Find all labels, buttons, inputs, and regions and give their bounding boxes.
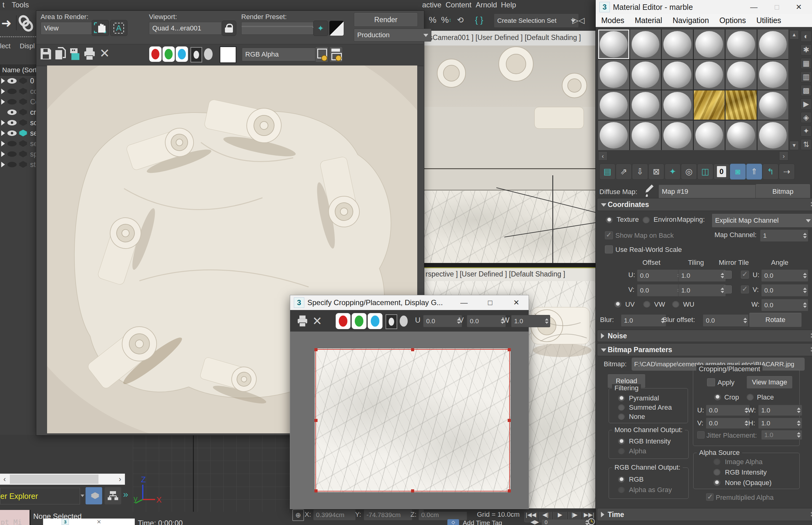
lock-viewport-button[interactable] (222, 20, 236, 36)
select-by-material-button[interactable]: ✦ (801, 125, 812, 137)
uv-label[interactable]: UV (625, 301, 635, 308)
visibility-eye-icon[interactable] (8, 141, 17, 146)
apply-checkbox[interactable] (707, 378, 715, 386)
alpha-as-gray-radio[interactable] (618, 486, 625, 493)
viewport-dropdown[interactable]: Quad 4...era001 (149, 22, 231, 35)
material-sample-slot[interactable] (694, 30, 725, 59)
me-menu-material[interactable]: Material (635, 16, 662, 25)
material-map-navigator-button[interactable]: ⇅ (801, 139, 812, 150)
maximize-icon[interactable]: □ (768, 0, 786, 14)
drag-grip-icon[interactable] (810, 201, 812, 208)
environ-label[interactable]: Environ (653, 216, 677, 223)
material-sample-slot[interactable] (630, 90, 661, 120)
layer-row[interactable]: stor (0, 159, 36, 170)
close-icon[interactable]: ✕ (97, 519, 101, 525)
eyedropper-icon[interactable] (644, 183, 655, 198)
crop-h-field[interactable]: 1.0 (758, 418, 802, 429)
field-dropdown-icon[interactable] (80, 495, 84, 497)
crop-handle[interactable] (508, 489, 511, 492)
visibility-eye-icon[interactable] (8, 109, 17, 115)
camera-viewport-label[interactable]: ysCamera001 ] [User Defined ] [Default S… (426, 34, 581, 42)
layer-row[interactable]: spor (0, 149, 36, 159)
blue-channel-button[interactable] (368, 313, 382, 329)
vw-label[interactable]: VW (654, 301, 665, 308)
explorer-search-field[interactable]: er Explorer (0, 488, 80, 505)
menu-tools[interactable]: Tools (12, 1, 29, 9)
front-viewport[interactable]: Z X y (133, 435, 290, 512)
pyramidal-radio[interactable] (618, 394, 625, 401)
slots-scroll-left-button[interactable]: ‹ (598, 151, 607, 161)
me-menu-navigation[interactable]: Navigation (673, 16, 709, 25)
print-image-icon[interactable] (83, 47, 96, 61)
visibility-eye-icon[interactable] (8, 162, 17, 167)
crop-handle[interactable] (411, 489, 414, 492)
alpha-mono-radio[interactable] (618, 447, 625, 454)
summed-area-label[interactable]: Summed Area (629, 404, 672, 411)
blue-channel-button[interactable] (176, 46, 188, 62)
video-color-check-button[interactable]: ▩ (801, 85, 812, 96)
material-sample-slot[interactable] (694, 121, 725, 150)
explorer-menu-select-partial[interactable]: lect (0, 42, 11, 50)
save-preset-button[interactable]: ✦ (313, 20, 328, 36)
maximize-icon[interactable]: □ (481, 295, 499, 310)
angle-w-field[interactable]: 0.0 (761, 299, 808, 311)
material-sample-slot[interactable] (694, 90, 725, 120)
offset-v-field[interactable]: 0.0 (637, 284, 683, 297)
drag-grip-icon[interactable] (810, 347, 812, 353)
slots-scroll-right-button[interactable]: › (779, 151, 788, 161)
material-sample-slot[interactable] (725, 60, 757, 90)
clone-window-icon[interactable] (69, 47, 81, 61)
material-sample-slot[interactable] (725, 90, 757, 120)
crop-u-field[interactable]: 0.0 (706, 405, 750, 416)
apply-label[interactable]: Apply (718, 379, 735, 386)
close-icon[interactable]: ✕ (507, 295, 526, 310)
use-real-world-scale-checkbox[interactable] (605, 245, 613, 253)
backlight-button[interactable]: ✱ (801, 44, 812, 55)
mirror-v-checkbox[interactable] (724, 285, 732, 294)
premultiplied-alpha-checkbox[interactable] (706, 493, 713, 501)
bitmap-preview-image[interactable] (315, 348, 511, 492)
menu-partial[interactable]: t (2, 1, 5, 9)
material-sample-slot[interactable] (630, 121, 661, 150)
explorer-column-header[interactable]: Name (Sorte (0, 64, 36, 76)
delete-material-button[interactable]: ⊠ (648, 164, 664, 180)
material-sample-slot[interactable] (598, 90, 629, 120)
layer-row[interactable]: set ( (0, 138, 36, 149)
material-sample-slot[interactable] (598, 121, 629, 150)
menu-arnold[interactable]: Arnold (476, 1, 497, 9)
get-material-button[interactable]: ▤ (600, 164, 615, 180)
visibility-eye-icon[interactable] (8, 89, 17, 94)
map-name-dropdown[interactable]: Map #19 (659, 184, 765, 199)
crop-w-field[interactable]: 1.0 (758, 405, 802, 416)
sample-uv-tiling-button[interactable]: ▥ (801, 71, 812, 82)
put-to-library-button[interactable]: ◫ (697, 164, 713, 180)
wu-radio[interactable] (672, 300, 679, 308)
slots-scroll-up-button[interactable]: ▲ (789, 30, 799, 39)
visibility-eye-icon[interactable] (8, 120, 17, 125)
auto-region-button[interactable]: A (110, 20, 128, 36)
rgb-intensity-label[interactable]: RGB Intensity (629, 438, 671, 445)
none-filter-label[interactable]: None (629, 413, 645, 420)
texture-radio[interactable] (606, 216, 613, 223)
material-sample-slot[interactable] (630, 30, 661, 59)
close-x-icon[interactable]: ✕ (310, 314, 324, 328)
listener-partial-text[interactable]: pt Mi (1, 519, 22, 525)
link-icon[interactable] (18, 14, 34, 33)
material-id-channel-button[interactable]: 0 (713, 164, 729, 180)
alpha-channel-button[interactable] (190, 47, 202, 62)
crop-handle[interactable] (314, 348, 318, 351)
drag-grip-icon[interactable] (810, 511, 812, 518)
scroll-left-icon[interactable]: ‹ (0, 475, 9, 483)
place-label[interactable]: Place (757, 394, 774, 401)
slots-scroll-down-button[interactable]: ▼ (789, 141, 799, 150)
crop-handle[interactable] (314, 419, 318, 422)
gamma-toggle-button[interactable] (329, 20, 344, 36)
jitter-checkbox[interactable] (697, 431, 705, 438)
background-button[interactable]: ▦ (801, 58, 812, 69)
crop-label[interactable]: Crop (724, 394, 739, 401)
menu-interactive-partial[interactable]: active (422, 1, 442, 9)
material-sample-slot[interactable] (598, 60, 629, 90)
make-material-copy-button[interactable]: ◎ (681, 164, 697, 180)
layer-row[interactable]: 0 (d (0, 76, 36, 86)
hierarchy-mode-button[interactable] (105, 487, 121, 505)
